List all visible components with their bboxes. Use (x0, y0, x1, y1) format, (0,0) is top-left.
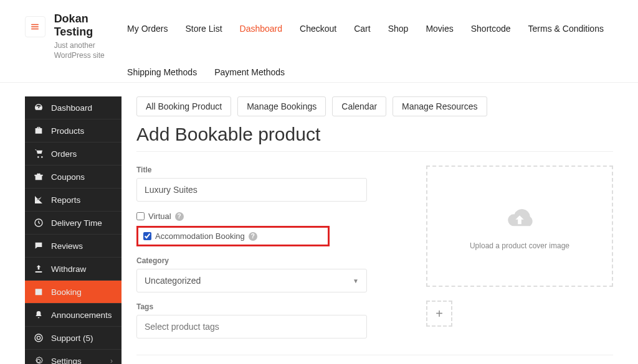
vendor-sidebar: Dashboard Products Orders Coupons Report… (25, 96, 121, 364)
sidebar-item-label: Reviews (51, 241, 83, 251)
virtual-checkbox-row[interactable]: Virtual ? (136, 212, 407, 221)
site-title: Dokan Testing (54, 12, 127, 39)
sidebar-item-label: Settings (51, 357, 82, 365)
virtual-checkbox[interactable] (136, 212, 145, 220)
nav-cart[interactable]: Cart (354, 19, 370, 39)
title-label: Title (136, 166, 407, 174)
nav-shop[interactable]: Shop (388, 19, 409, 39)
tab-manage-resources[interactable]: Manage Resources (393, 96, 487, 116)
upload-icon (34, 264, 44, 274)
sidebar-item-booking[interactable]: Booking (25, 281, 121, 304)
sidebar-item-withdraw[interactable]: Withdraw (25, 258, 121, 281)
accommodation-label: Accommodation Booking (155, 231, 245, 241)
sidebar-item-support[interactable]: Support (5) (25, 327, 121, 350)
sidebar-item-reports[interactable]: Reports (25, 189, 121, 212)
nav-dashboard[interactable]: Dashboard (240, 19, 283, 39)
upload-caption: Upload a product cover image (470, 241, 569, 250)
page-title: Add Bookable product (136, 124, 613, 145)
tags-input[interactable] (136, 315, 367, 338)
sidebar-item-dashboard[interactable]: Dashboard (25, 96, 121, 119)
nav-store-list[interactable]: Store List (185, 19, 222, 39)
sidebar-item-label: Products (51, 126, 84, 136)
sidebar-item-products[interactable]: Products (25, 119, 121, 142)
cart-icon (34, 149, 44, 159)
comment-icon (34, 241, 44, 251)
nav-my-orders[interactable]: My Orders (127, 19, 168, 39)
category-value: Uncategorized (145, 276, 201, 286)
gauge-icon (34, 103, 44, 113)
sidebar-item-label: Dashboard (51, 103, 92, 113)
briefcase-icon (34, 126, 44, 136)
divider (136, 151, 613, 152)
accommodation-checkbox[interactable] (143, 232, 151, 240)
nav-terms[interactable]: Terms & Conditions (528, 19, 604, 39)
sidebar-item-coupons[interactable]: Coupons (25, 166, 121, 189)
help-icon[interactable]: ? (249, 232, 257, 241)
hamburger-button[interactable] (25, 16, 45, 37)
sidebar-item-announcements[interactable]: Announcements (25, 304, 121, 327)
gear-icon (34, 356, 44, 364)
accommodation-highlight-box: Accommodation Booking ? (136, 226, 330, 246)
help-icon[interactable]: ? (175, 212, 184, 221)
nav-movies[interactable]: Movies (426, 19, 453, 39)
sidebar-item-label: Announcements (51, 310, 112, 320)
tab-calendar[interactable]: Calendar (332, 96, 386, 116)
sidebar-item-label: Withdraw (51, 264, 86, 274)
nav-shipping[interactable]: Shipping Methods (127, 62, 197, 82)
accommodation-checkbox-row[interactable]: Accommodation Booking ? (143, 231, 323, 241)
cover-image-uploader[interactable]: Upload a product cover image (426, 166, 613, 287)
tab-manage-bookings[interactable]: Manage Bookings (237, 96, 326, 116)
sidebar-item-reviews[interactable]: Reviews (25, 235, 121, 258)
nav-payment[interactable]: Payment Methods (214, 62, 285, 82)
sidebar-item-orders[interactable]: Orders (25, 142, 121, 166)
sidebar-item-label: Support (5) (51, 334, 93, 343)
virtual-label: Virtual (148, 212, 171, 221)
sidebar-item-label: Orders (51, 149, 77, 159)
svg-point-5 (37, 336, 40, 339)
tags-label: Tags (136, 302, 407, 311)
chart-icon (34, 195, 44, 205)
add-gallery-tile[interactable]: + (426, 301, 452, 327)
calendar-icon (34, 287, 44, 297)
top-nav: My Orders Store List Dashboard Checkout … (127, 12, 613, 82)
sidebar-item-label: Reports (51, 195, 80, 205)
bell-icon (34, 310, 44, 320)
sidebar-item-delivery[interactable]: Delivery Time (25, 212, 121, 235)
tab-all-booking-product[interactable]: All Booking Product (136, 96, 231, 116)
nav-shortcode[interactable]: Shortcode (471, 19, 511, 39)
sidebar-item-label: Delivery Time (51, 218, 102, 228)
sidebar-item-label: Booking (51, 287, 82, 297)
clock-icon (34, 218, 44, 228)
category-label: Category (136, 256, 407, 265)
svg-point-4 (35, 334, 42, 342)
chevron-down-icon: ▼ (353, 278, 359, 284)
sidebar-item-label: Coupons (51, 172, 85, 182)
category-select[interactable]: Uncategorized ▼ (136, 269, 367, 292)
life-ring-icon (34, 333, 44, 343)
divider (136, 355, 613, 355)
title-input[interactable] (136, 178, 367, 202)
gift-icon (34, 172, 44, 182)
main-content: All Booking Product Manage Bookings Cale… (136, 96, 613, 364)
chevron-right-icon: › (110, 357, 113, 364)
sidebar-item-settings[interactable]: Settings › (25, 350, 121, 364)
nav-checkout[interactable]: Checkout (300, 19, 336, 39)
cloud-upload-icon (501, 203, 538, 233)
plus-icon: + (436, 307, 443, 321)
site-tagline: Just another WordPress site (54, 41, 127, 60)
